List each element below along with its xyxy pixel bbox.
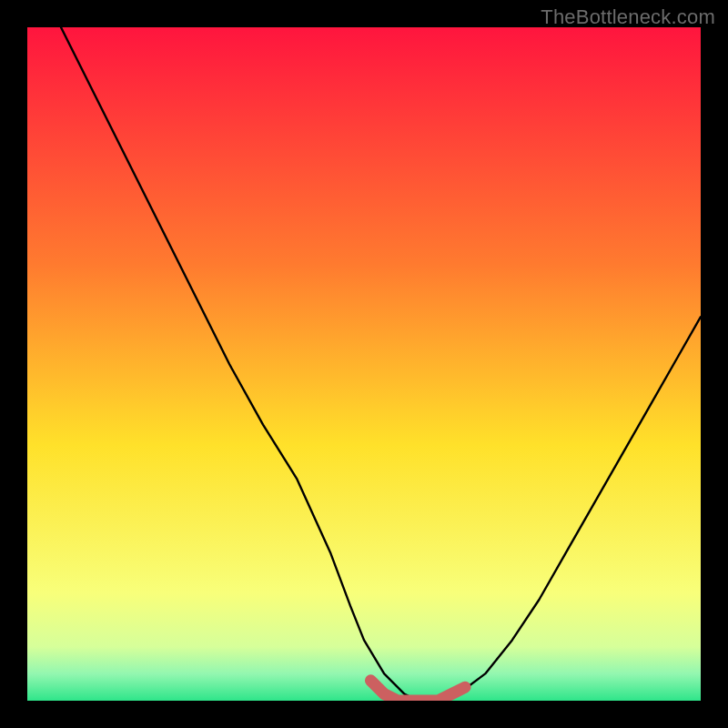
watermark-text: TheBottleneck.com bbox=[541, 5, 715, 29]
plot-background bbox=[27, 27, 701, 701]
chart-frame: TheBottleneck.com bbox=[0, 0, 728, 728]
bottleneck-plot bbox=[27, 27, 701, 701]
